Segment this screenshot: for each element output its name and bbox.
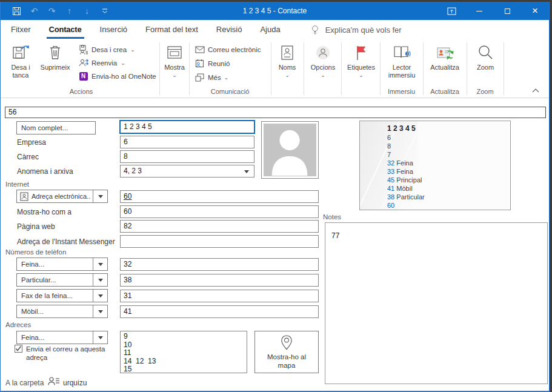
card-line: 6	[387, 133, 425, 142]
tags-button[interactable]: Etiquetes ⌄	[344, 42, 379, 78]
tab-ajuda[interactable]: Ajuda	[259, 21, 281, 38]
immersive-reader-icon	[392, 42, 411, 64]
maximize-button[interactable]	[493, 2, 521, 20]
display-as-field[interactable]: 60	[120, 205, 319, 218]
phone-business-field[interactable]: 32	[120, 258, 319, 271]
delete-button[interactable]: Suprimeix	[37, 42, 73, 71]
outlook-contact-window: ↶ ↷ ↑ ↓ 1 2 3 4 5 - Contacte × Fitxer Co…	[0, 2, 550, 392]
update-button[interactable]: Actualitza	[425, 42, 464, 71]
meeting-icon	[195, 59, 205, 68]
quick-access-toolbar: ↶ ↷ ↑ ↓	[1, 2, 113, 20]
card-line: 41 Mòbil	[387, 184, 425, 193]
notes-field[interactable]: 77	[325, 222, 548, 384]
phone-business-button[interactable]: Feina...	[16, 257, 108, 271]
save-close-icon	[12, 42, 30, 64]
file-as-combo[interactable]: 4, 2 3	[120, 165, 254, 178]
mailing-address-checkbox[interactable]	[15, 345, 22, 353]
card-name: 1 2 3 4 5	[387, 124, 425, 133]
job-title-label: Càrrec	[17, 153, 39, 161]
addresses-section-header: Adreces	[5, 321, 31, 328]
check-icon	[15, 345, 22, 352]
phone-section-header: Números de telèfon	[5, 248, 66, 256]
full-name-button[interactable]: Nom complet...	[16, 121, 96, 135]
forward-button[interactable]: Reenvia ⌄	[78, 57, 125, 68]
redo-icon[interactable]: ↷	[43, 2, 61, 20]
show-icon	[166, 42, 183, 64]
phone-mobile-field[interactable]: 41	[120, 305, 319, 318]
group-label-accions: Accions	[3, 88, 159, 95]
tab-contacte[interactable]: Contacte	[48, 21, 83, 38]
phone-mobile-button[interactable]: Mòbil...	[16, 305, 108, 318]
contact-card-icon	[279, 42, 295, 64]
close-button[interactable]: ×	[521, 2, 549, 20]
phone-home-button[interactable]: Particular...	[16, 273, 108, 287]
names-button[interactable]: Noms ⌄	[273, 42, 301, 78]
send-to-onenote-button[interactable]: N Envia-ho al OneNote	[78, 70, 156, 82]
immersive-reader-button[interactable]: Lector immersiu	[382, 42, 421, 79]
save-and-close-button[interactable]: Desa i tanca	[5, 42, 36, 79]
options-button[interactable]: Opcions ⌄	[307, 42, 339, 78]
card-line: 60	[387, 201, 425, 210]
job-title-field[interactable]: 8	[120, 150, 254, 163]
zoom-button[interactable]: Zoom	[469, 42, 502, 71]
phone-home-field[interactable]: 38	[120, 274, 319, 287]
title-bar: ↶ ↷ ↑ ↓ 1 2 3 4 5 - Contacte ×	[1, 2, 549, 20]
email-field[interactable]: 60	[120, 190, 319, 203]
email-contact-icon	[20, 192, 28, 201]
ribbon-display-options-button[interactable]	[437, 2, 465, 20]
im-field[interactable]	[120, 235, 319, 248]
mailing-address-label: Envia el correu a aquesta adreça	[26, 345, 116, 362]
save-and-new-button[interactable]: Desa i crea ⌄	[78, 44, 135, 55]
person-circle-icon	[314, 42, 331, 64]
minimize-button[interactable]	[465, 2, 493, 20]
company-label: Empresa	[17, 138, 46, 147]
address-type-dropdown[interactable]	[93, 331, 107, 344]
phone-fax-field[interactable]: 31	[120, 290, 319, 302]
more-button[interactable]: Més ⌄	[195, 71, 228, 83]
webpage-field[interactable]: 82	[120, 220, 319, 233]
tab-fitxer[interactable]: Fitxer	[10, 21, 32, 38]
tell-me-box[interactable]: Explica'm què vols fer	[311, 25, 402, 35]
folder-label: A la carpeta	[5, 379, 44, 387]
address-field[interactable]: 9 10 11 14 12 13 15	[120, 331, 247, 373]
file-as-label: Anomena i arxiva	[17, 167, 73, 176]
undo-icon[interactable]: ↶	[25, 2, 43, 20]
subject-field[interactable]: 56	[5, 107, 546, 118]
chevron-down-icon[interactable]	[244, 170, 249, 173]
save-icon[interactable]	[8, 2, 25, 20]
card-line: 8	[387, 142, 425, 150]
collapse-ribbon-icon[interactable]	[532, 88, 539, 93]
email-address-button[interactable]: Adreça electrònica..	[16, 190, 108, 203]
up-arrow-icon[interactable]: ↑	[61, 2, 78, 20]
group-label-zoom: Zoom	[467, 88, 504, 95]
full-name-field[interactable]: 1 2 3 4 5	[119, 120, 255, 134]
card-line: 33 Feina	[387, 167, 425, 176]
phone-fax-button[interactable]: Fax de la feina...	[16, 289, 108, 302]
map-pin-icon	[279, 334, 294, 351]
address-type-button[interactable]: Feina...	[16, 331, 108, 344]
contact-form: 56 Nom complet... 1 2 3 4 5 Empresa 6 Cà…	[1, 98, 549, 391]
tab-insercio[interactable]: Inserció	[99, 21, 129, 38]
phone-business-dropdown[interactable]	[93, 258, 107, 270]
people-folder-icon	[48, 376, 60, 386]
contact-photo[interactable]	[261, 121, 319, 179]
phone-fax-dropdown[interactable]	[93, 290, 107, 302]
show-map-button[interactable]: Mostra-ho al mapa	[254, 331, 319, 373]
tab-revisio[interactable]: Revisió	[215, 21, 244, 38]
email-dropdown-arrow[interactable]	[93, 190, 107, 202]
business-card-preview[interactable]: 1 2 3 4 5 6 8 7 32 Feina 33 Feina 45 Pri…	[359, 121, 511, 210]
onenote-icon: N	[78, 72, 88, 81]
phone-mobile-dropdown[interactable]	[93, 305, 107, 317]
forward-contact-icon	[78, 58, 88, 68]
customize-qat-icon[interactable]	[96, 2, 113, 20]
show-button[interactable]: Mostra ⌄	[161, 42, 188, 78]
envelope-icon	[195, 46, 205, 53]
email-button[interactable]: Correu electrònic	[195, 44, 261, 55]
phone-home-dropdown[interactable]	[93, 274, 107, 286]
down-arrow-icon[interactable]: ↓	[78, 2, 96, 20]
display-as-label: Mostra-ho com a	[17, 208, 71, 216]
company-field[interactable]: 6	[120, 136, 254, 148]
tab-format-del-text[interactable]: Format del text	[144, 21, 199, 38]
save-new-icon	[78, 45, 88, 55]
meeting-button[interactable]: Reunió	[195, 58, 230, 69]
